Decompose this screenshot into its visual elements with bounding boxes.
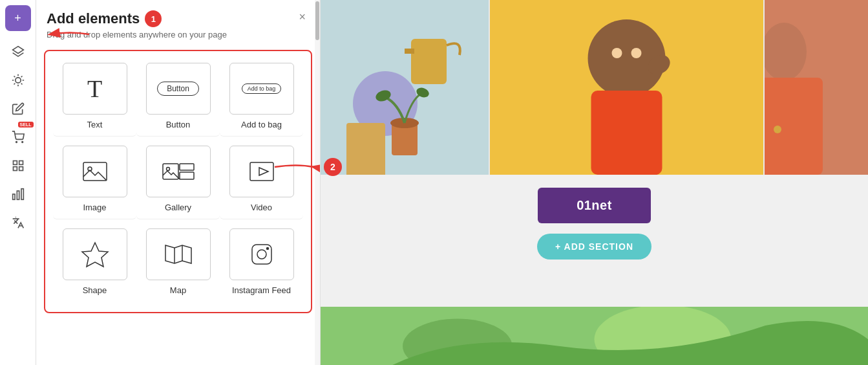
sidebar-item-theme[interactable] xyxy=(5,67,31,93)
sell-badge: SELL xyxy=(18,122,34,127)
svg-rect-5 xyxy=(19,161,23,165)
map-label: Map xyxy=(170,285,186,295)
element-image[interactable]: Image xyxy=(53,137,136,219)
svg-rect-10 xyxy=(21,189,23,200)
svg-rect-29 xyxy=(405,49,414,54)
svg-point-16 xyxy=(166,168,169,171)
svg-rect-8 xyxy=(12,194,14,199)
element-gallery[interactable]: Gallery xyxy=(136,137,220,219)
instagram-icon xyxy=(249,242,274,267)
map-icon-box xyxy=(146,228,211,280)
add-elements-button[interactable]: + xyxy=(5,5,31,31)
sidebar-item-translate[interactable] xyxy=(5,210,31,236)
photo-collage xyxy=(321,0,868,175)
svg-rect-14 xyxy=(180,164,194,170)
svg-point-24 xyxy=(257,250,266,259)
panel-header: Add elements 1 Drag and drop elements an… xyxy=(36,0,320,45)
svg-point-38 xyxy=(631,48,642,58)
svg-rect-7 xyxy=(19,167,23,171)
shape-label: Shape xyxy=(83,285,107,295)
element-video[interactable]: Video xyxy=(220,137,303,219)
element-text[interactable]: T Text xyxy=(53,54,136,137)
add-section-button[interactable]: + ADD SECTION xyxy=(537,234,651,260)
svg-point-3 xyxy=(21,142,23,143)
text-label: Text xyxy=(87,120,103,129)
element-button[interactable]: Button Button xyxy=(136,54,220,137)
svg-point-43 xyxy=(774,126,781,133)
panel-title: Add elements 1 xyxy=(47,10,295,27)
elements-grid: T Text Button Button Add to bag Add to b… xyxy=(44,50,312,313)
element-instagram-feed[interactable]: Instagram Feed xyxy=(220,219,303,302)
svg-point-25 xyxy=(266,248,268,250)
mid-section: 01net + ADD SECTION xyxy=(321,175,868,307)
add-to-bag-label: Add to bag xyxy=(241,120,282,129)
panel-title-text: Add elements xyxy=(47,10,140,27)
gallery-icon xyxy=(162,160,195,183)
bottom-strip-art xyxy=(321,307,868,365)
partial-person-art xyxy=(765,0,868,175)
svg-rect-17 xyxy=(250,162,273,181)
svg-marker-19 xyxy=(82,243,108,267)
sidebar-item-sell[interactable]: SELL xyxy=(5,124,31,150)
sidebar-item-layers[interactable] xyxy=(5,39,31,65)
video-icon xyxy=(248,160,276,183)
svg-rect-11 xyxy=(83,162,107,181)
svg-rect-42 xyxy=(765,78,823,175)
text-icon-box: T xyxy=(63,63,127,115)
element-add-to-bag[interactable]: Add to bag Add to bag xyxy=(220,54,303,137)
svg-point-37 xyxy=(612,48,622,58)
gallery-icon-box xyxy=(146,146,211,197)
element-map[interactable]: Map xyxy=(136,219,220,302)
svg-rect-6 xyxy=(13,167,17,171)
map-icon xyxy=(164,243,193,266)
photo-left-art xyxy=(321,0,489,175)
svg-point-2 xyxy=(16,142,17,143)
text-icon: T xyxy=(87,74,102,103)
main-content: 01net + ADD SECTION xyxy=(321,0,868,365)
photo-person-right xyxy=(765,0,868,175)
button-icon: Button xyxy=(157,82,199,96)
image-icon-box xyxy=(63,146,127,197)
svg-rect-4 xyxy=(13,161,17,165)
image-label: Image xyxy=(83,203,106,212)
step-badge-1: 1 xyxy=(145,10,162,27)
close-panel-button[interactable]: × xyxy=(295,9,310,25)
bottom-photo-strip xyxy=(321,307,868,365)
svg-rect-28 xyxy=(411,39,447,84)
svg-point-1 xyxy=(15,78,20,83)
arrow-annotation-1-wrap xyxy=(36,45,320,50)
svg-rect-15 xyxy=(180,172,194,179)
shape-icon xyxy=(81,240,109,269)
gallery-label: Gallery xyxy=(165,203,191,212)
plant-watering-can-photo xyxy=(321,0,489,175)
element-shape[interactable]: Shape xyxy=(53,219,136,302)
photo-left xyxy=(321,0,489,175)
button-icon-box: Button xyxy=(146,63,211,115)
photo-person-center xyxy=(490,0,763,175)
svg-marker-20 xyxy=(165,245,191,263)
video-icon-box xyxy=(229,146,294,197)
sidebar-item-apps[interactable] xyxy=(5,153,31,179)
button-label: Button xyxy=(166,120,191,129)
plus-icon: + xyxy=(14,12,21,25)
add-to-bag-icon-box: Add to bag xyxy=(229,63,294,115)
video-label: Video xyxy=(251,203,272,212)
add-to-bag-icon: Add to bag xyxy=(242,83,282,94)
sidebar-item-analytics[interactable] xyxy=(5,181,31,207)
svg-marker-0 xyxy=(12,47,23,54)
instagram-feed-label: Instagram Feed xyxy=(232,285,291,295)
svg-rect-36 xyxy=(591,91,662,175)
svg-rect-9 xyxy=(17,191,19,199)
svg-rect-13 xyxy=(163,164,178,179)
shape-icon-box xyxy=(63,228,127,280)
left-sidebar: + SELL xyxy=(0,0,36,365)
scrollbar-thumb xyxy=(315,1,319,40)
svg-marker-18 xyxy=(259,168,268,175)
panel-subtitle: Drag and drop elements anywhere on your … xyxy=(47,30,295,39)
sidebar-item-edit[interactable] xyxy=(5,96,31,122)
person-photo-art xyxy=(490,0,763,175)
image-icon xyxy=(81,160,109,183)
panel-scrollbar[interactable] xyxy=(315,0,320,365)
main-cta-button[interactable]: 01net xyxy=(538,188,651,223)
instagram-icon-box xyxy=(229,228,294,280)
